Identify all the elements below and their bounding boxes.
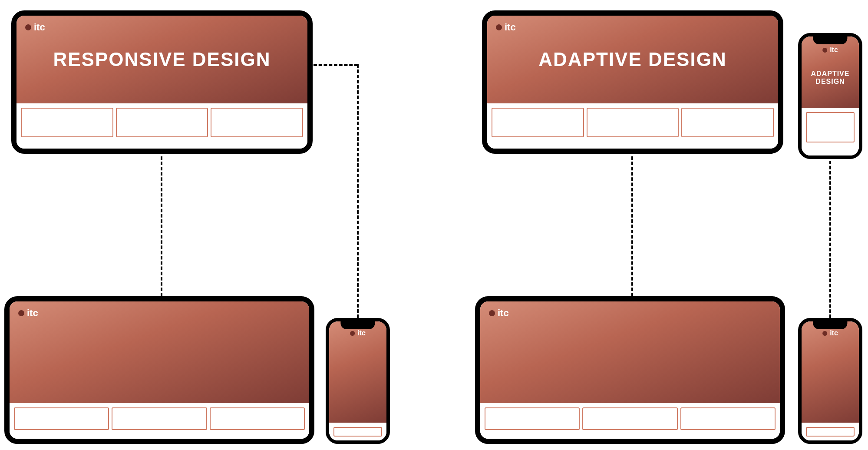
brand-dot-icon	[25, 24, 31, 30]
responsive-desktop-cards	[17, 103, 307, 149]
adaptive-heading: ADAPTIVE DESIGN	[538, 49, 726, 70]
adaptive-phone-top-cards	[802, 108, 859, 156]
card-placeholder	[14, 407, 109, 430]
responsive-desktop-frame: itc RESPONSIVE DESIGN	[11, 10, 313, 154]
brand-text: itc	[830, 46, 838, 54]
brand-badge: itc	[25, 22, 45, 33]
card-placeholder	[492, 108, 584, 137]
card-placeholder	[587, 108, 679, 137]
adaptive-desktop-frame: itc ADAPTIVE DESIGN	[482, 10, 783, 154]
adaptive-phone-heading: ADAPTIVE DESIGN	[805, 70, 856, 86]
responsive-phone-frame: itc	[326, 318, 390, 444]
brand-text: itc	[498, 308, 509, 319]
connector-line	[314, 64, 358, 66]
card-placeholder	[681, 108, 774, 137]
adaptive-phone-bottom-cards	[802, 423, 859, 440]
adaptive-phone-top-frame: itc ADAPTIVE DESIGN	[798, 33, 862, 159]
phone-notch-icon	[813, 321, 847, 329]
brand-badge: itc	[18, 308, 38, 319]
card-placeholder	[333, 427, 382, 437]
brand-dot-icon	[822, 331, 827, 336]
card-placeholder	[211, 108, 303, 137]
phone-notch-icon	[813, 36, 847, 44]
adaptive-phone-bottom-frame: itc	[798, 318, 862, 444]
card-placeholder	[806, 427, 855, 437]
adaptive-tablet-frame: itc	[475, 296, 785, 444]
responsive-phone-hero: itc	[329, 321, 386, 423]
connector-line	[357, 64, 359, 318]
brand-dot-icon	[350, 331, 355, 336]
brand-dot-icon	[496, 24, 502, 30]
brand-dot-icon	[489, 310, 495, 316]
adaptive-tablet-hero: itc	[480, 301, 780, 403]
responsive-tablet-cards	[10, 403, 309, 439]
brand-text: itc	[830, 329, 838, 337]
card-placeholder	[210, 407, 305, 430]
brand-text: itc	[505, 22, 516, 33]
card-placeholder	[485, 407, 580, 430]
adaptive-phone-top-hero: itc ADAPTIVE DESIGN	[802, 36, 859, 108]
brand-dot-icon	[822, 48, 827, 53]
brand-dot-icon	[18, 310, 24, 316]
card-placeholder	[21, 108, 113, 137]
card-placeholder	[680, 407, 776, 430]
responsive-phone-cards	[329, 423, 386, 440]
brand-text: itc	[27, 308, 38, 319]
connector-line	[829, 161, 831, 318]
brand-badge: itc	[496, 22, 516, 33]
connector-line	[631, 156, 633, 296]
connector-line	[161, 156, 162, 296]
card-placeholder	[116, 108, 208, 137]
brand-text: itc	[34, 22, 45, 33]
adaptive-tablet-cards	[480, 403, 780, 439]
brand-text: itc	[357, 329, 366, 337]
adaptive-phone-bottom-hero: itc	[802, 321, 859, 423]
brand-badge: itc	[350, 329, 366, 337]
diagram-stage: itc RESPONSIVE DESIGN itc	[0, 0, 868, 450]
responsive-tablet-hero: itc	[10, 301, 309, 403]
card-placeholder	[806, 112, 855, 142]
adaptive-desktop-hero: itc ADAPTIVE DESIGN	[487, 16, 778, 103]
brand-badge: itc	[489, 308, 509, 319]
brand-badge: itc	[822, 46, 838, 54]
brand-badge: itc	[822, 329, 838, 337]
phone-notch-icon	[340, 321, 375, 329]
responsive-heading: RESPONSIVE DESIGN	[53, 49, 271, 70]
responsive-tablet-frame: itc	[4, 296, 314, 444]
card-placeholder	[582, 407, 677, 430]
responsive-desktop-hero: itc RESPONSIVE DESIGN	[17, 16, 307, 103]
card-placeholder	[112, 407, 207, 430]
adaptive-desktop-cards	[487, 103, 778, 149]
